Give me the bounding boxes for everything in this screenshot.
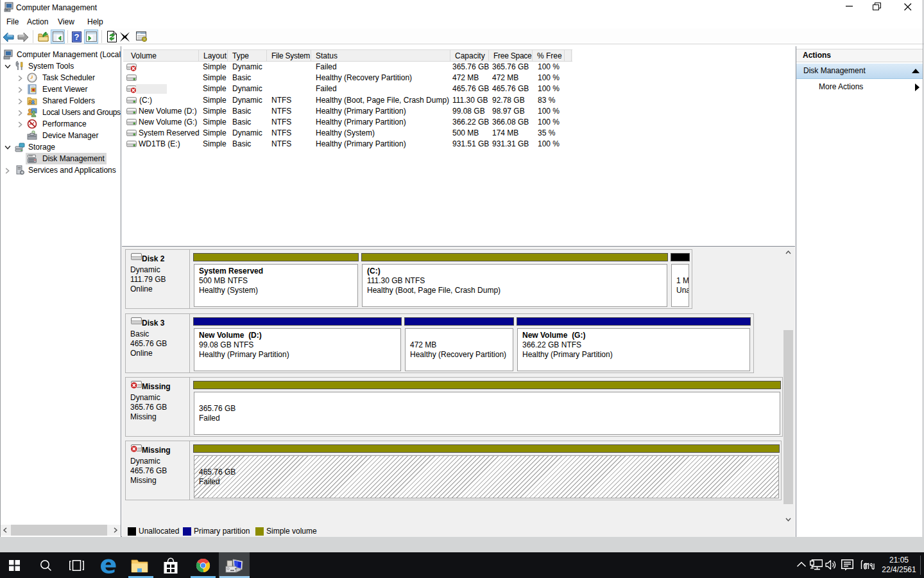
svg-text:?: ? xyxy=(74,32,80,42)
